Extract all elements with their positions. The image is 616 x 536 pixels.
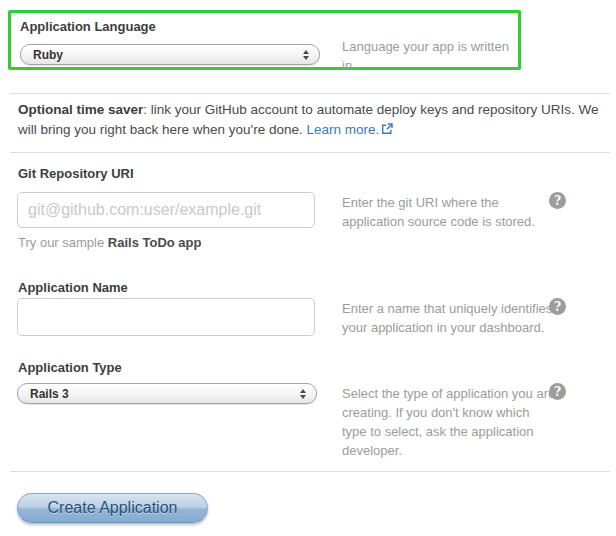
help-icon[interactable]: ? [549, 192, 566, 209]
github-notice: Optional time saver: link your GitHub ac… [18, 100, 608, 141]
application-name-input[interactable] [17, 298, 315, 336]
application-language-select[interactable]: Ruby [20, 44, 320, 65]
application-language-select-value: Ruby [33, 48, 303, 62]
sample-prefix: Try our sample [18, 235, 108, 250]
application-type-select-value: Rails 3 [30, 387, 300, 401]
select-stepper-icon [303, 50, 309, 60]
help-icon[interactable]: ? [549, 383, 566, 400]
application-type-label: Application Type [18, 360, 616, 376]
external-link-icon [381, 121, 393, 141]
notice-lead-bold: Optional time saver [18, 102, 143, 117]
application-language-label: Application Language [20, 19, 156, 35]
learn-more-link[interactable]: Learn more. [307, 122, 380, 137]
divider [10, 93, 610, 94]
create-application-button[interactable]: Create Application [17, 493, 208, 523]
application-name-row: Enter a name that uniquely identifies yo… [17, 298, 616, 336]
git-repo-uri-label: Git Repository URI [18, 166, 616, 182]
application-name-label: Application Name [18, 280, 616, 296]
application-type-select[interactable]: Rails 3 [17, 383, 317, 404]
git-repo-uri-helper: Enter the git URI where the application … [342, 193, 557, 231]
divider [10, 152, 610, 153]
application-name-helper: Enter a name that uniquely identifies yo… [342, 299, 557, 337]
application-type-row: Rails 3 Select the type of application y… [17, 383, 616, 459]
sample-app-link[interactable]: Rails ToDo app [108, 235, 202, 250]
application-language-helper: Language your app is written in. [342, 37, 518, 75]
git-repo-uri-row: Enter the git URI where the application … [17, 192, 616, 228]
help-icon[interactable]: ? [549, 298, 566, 315]
language-highlight-box: Application Language Ruby Language your … [8, 10, 521, 70]
divider [10, 471, 610, 472]
sample-app-line: Try our sample Rails ToDo app [18, 236, 616, 250]
select-stepper-icon [300, 389, 306, 399]
application-type-helper: Select the type of application you are c… [342, 384, 557, 460]
git-repo-uri-input[interactable] [17, 192, 315, 228]
